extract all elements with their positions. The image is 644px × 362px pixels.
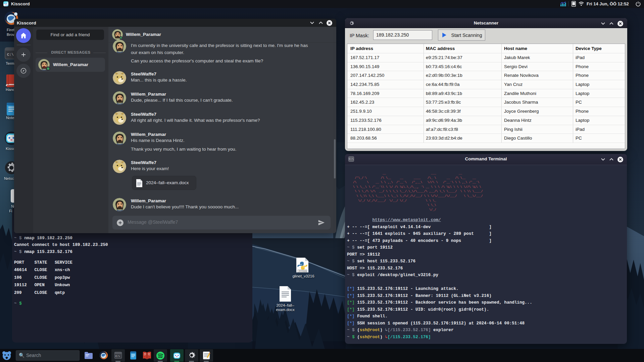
svg-text:C:\: C:\ [115,355,120,358]
svg-text:PYTHON: PYTHON [299,270,307,272]
svg-text:C:\: C:\ [7,53,14,57]
